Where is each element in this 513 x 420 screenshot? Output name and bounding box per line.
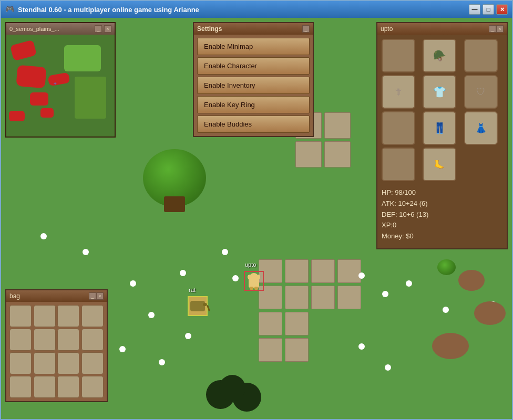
stone-tile: [259, 312, 282, 335]
enable-inventory-button[interactable]: Enable Inventory: [197, 77, 310, 94]
minimap-panel: 0_semos_plains_... _ × +: [5, 22, 116, 138]
flower-decoration: [40, 233, 47, 239]
equip-slot-empty2[interactable]: [464, 39, 498, 72]
flower-decoration: [222, 249, 228, 255]
flower-decoration: [443, 307, 449, 313]
settings-content: Enable Minimap Enable Character Enable I…: [194, 35, 313, 136]
stone-tile: [295, 141, 322, 167]
player-selection-box: [244, 271, 264, 291]
bag-slot-12[interactable]: [81, 352, 104, 374]
minimap-titlebar: 0_semos_plains_... _ ×: [6, 23, 115, 35]
flower-decoration: [358, 272, 365, 279]
bag-slot-3[interactable]: [57, 305, 79, 327]
bag-slot-16[interactable]: [81, 376, 104, 398]
bag-slot-4[interactable]: [81, 305, 104, 327]
minimize-button[interactable]: —: [469, 4, 480, 15]
bag-slot-1[interactable]: [9, 305, 32, 327]
stone-tile: [324, 141, 351, 167]
stone-tile: [311, 259, 335, 283]
enable-character-button[interactable]: Enable Character: [197, 57, 310, 75]
flower-decoration: [148, 312, 155, 318]
def-stat: DEF: 10+6 (13): [382, 209, 502, 220]
stone-tile: [337, 259, 361, 283]
settings-titlebar: Settings _: [194, 23, 313, 35]
enable-buddies-button[interactable]: Enable Buddies: [197, 116, 310, 133]
bag-grid: [9, 305, 104, 398]
enable-keyring-button[interactable]: Enable Key Ring: [197, 96, 310, 113]
settings-title: Settings: [197, 25, 302, 33]
bag-slot-13[interactable]: [9, 376, 32, 398]
app-icon: 🎮: [5, 5, 15, 14]
stone-tile: [285, 286, 309, 309]
player-name-label: upto: [245, 261, 256, 268]
bag-panel: bag _ ×: [5, 289, 108, 402]
minimap-title: 0_semos_plains_...: [9, 26, 93, 32]
hp-stat: HP: 98/100: [382, 187, 502, 198]
char-stats: HP: 98/100 ATK: 10+24 (6) DEF: 10+6 (13)…: [382, 185, 502, 244]
stone-tile: [285, 338, 309, 362]
bag-slot-5[interactable]: [9, 329, 32, 351]
rat-sprite: [188, 296, 208, 316]
rat-name-label: rat: [189, 287, 196, 293]
bag-content: [6, 302, 107, 401]
bag-slot-15[interactable]: [57, 376, 79, 398]
bag-slot-10[interactable]: [34, 352, 56, 374]
title-bar: 🎮 Stendhal 0.60 - a multiplayer online g…: [1, 1, 512, 18]
bag-slot-6[interactable]: [34, 329, 56, 351]
stone-tile: [311, 286, 335, 309]
flower-decoration: [382, 291, 388, 297]
bag-slot-2[interactable]: [34, 305, 56, 327]
bag-slot-9[interactable]: [9, 352, 32, 374]
maximize-button[interactable]: □: [483, 4, 494, 15]
char-title: upto: [381, 25, 489, 33]
flower-decoration: [406, 280, 412, 287]
bag-minimize-button[interactable]: _: [89, 292, 96, 300]
minimap-close-button[interactable]: ×: [104, 25, 111, 33]
flower-decoration: [385, 364, 391, 371]
equip-slot-empty1[interactable]: [382, 39, 415, 72]
flower-decoration: [159, 359, 165, 365]
minimap-player-marker: +: [54, 81, 57, 87]
settings-panel: Settings _ Enable Minimap Enable Charact…: [193, 22, 314, 137]
equip-slot-head[interactable]: 🪖: [423, 39, 456, 72]
character-panel: upto _ × 🪖 🗡 👕: [376, 22, 508, 249]
stone-tile: [337, 286, 361, 309]
atk-stat: ATK: 10+24 (6): [382, 198, 502, 209]
equip-slot-feet[interactable]: 🦶: [423, 148, 456, 181]
game-area[interactable]: rat upto: [1, 18, 512, 419]
main-window: 🎮 Stendhal 0.60 - a multiplayer online g…: [0, 0, 513, 420]
char-content: 🪖 🗡 👕 🛡 👖: [377, 35, 507, 248]
flower-decoration: [185, 333, 191, 339]
equip-slot-empty3[interactable]: [382, 111, 415, 145]
stone-tile: [324, 112, 351, 139]
equip-slot-lhand[interactable]: 🛡: [464, 75, 498, 109]
flower-decoration: [180, 270, 186, 276]
minimap-minimize-button[interactable]: _: [95, 25, 102, 33]
char-titlebar: upto _ ×: [377, 23, 507, 35]
window-controls: — □ ✕: [469, 4, 508, 15]
bag-slot-7[interactable]: [57, 329, 79, 351]
bag-slot-8[interactable]: [81, 329, 104, 351]
equip-slot-cloak[interactable]: 👗: [464, 111, 498, 145]
flower-decoration: [130, 280, 136, 287]
enable-minimap-button[interactable]: Enable Minimap: [197, 38, 310, 55]
settings-minimize-button[interactable]: _: [302, 25, 310, 33]
bag-slot-11[interactable]: [57, 352, 79, 374]
money-stat: Money: $0: [382, 231, 502, 242]
equip-slot-empty4[interactable]: [382, 148, 415, 181]
flower-decoration: [232, 275, 239, 281]
flower-decoration: [358, 343, 365, 350]
stone-tile: [285, 259, 309, 283]
char-close-button[interactable]: ×: [496, 25, 504, 33]
equip-slot-legs[interactable]: 👖: [423, 111, 456, 145]
flower-decoration: [83, 249, 89, 255]
equip-slot-rhand[interactable]: 🗡: [382, 75, 415, 109]
equip-slot-torso[interactable]: 👕: [423, 75, 456, 109]
close-button[interactable]: ✕: [496, 4, 508, 15]
stone-tile: [285, 312, 309, 335]
window-title: Stendhal 0.60 - a multiplayer online gam…: [18, 6, 466, 14]
bag-close-button[interactable]: ×: [96, 292, 104, 300]
bag-slot-14[interactable]: [34, 376, 56, 398]
char-minimize-button[interactable]: _: [489, 25, 496, 33]
minimap-content[interactable]: +: [6, 35, 115, 136]
